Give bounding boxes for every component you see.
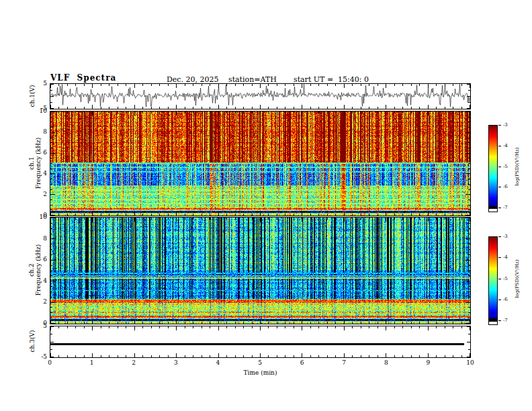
x-tick-label: 7 xyxy=(342,359,346,366)
ch2-spectrogram-canvas xyxy=(50,218,470,324)
ch1-frequency-axis-label: ch.1 Frequency (kHz) xyxy=(28,138,42,189)
panel-ch2-spectrogram xyxy=(50,217,471,324)
panel-ch1-waveform xyxy=(50,83,471,109)
y-tick-label: 8 xyxy=(43,235,47,242)
colorbar-tick-mark xyxy=(498,257,501,258)
y-tick-label: 10 xyxy=(40,107,47,114)
colorbar-tick-mark xyxy=(498,279,501,279)
colorbar-tick-label: -7 xyxy=(503,318,508,323)
ch3-waveform-canvas xyxy=(50,326,470,357)
y-tick-label: 5 xyxy=(43,80,47,87)
ch1-frequency-axis-label-line2: Frequency (kHz) xyxy=(35,138,42,189)
x-tick-label: 9 xyxy=(427,359,431,366)
colorbar-ch2-tick-labels: -3-4-5-6-7 xyxy=(498,236,515,321)
colorbar-tick-label: -6 xyxy=(503,184,508,189)
figure-title: VLF Spectra xyxy=(50,73,116,83)
x-tick-label: 3 xyxy=(174,359,178,366)
colorbar-tick-mark xyxy=(498,146,501,146)
ch1-spectrogram-canvas xyxy=(50,111,470,216)
y-tick-label: 2 xyxy=(43,191,47,197)
panel-ch1-spectrogram xyxy=(50,111,471,216)
colorbar-tick-mark xyxy=(498,236,501,237)
y-tick-label: 6 xyxy=(43,149,47,156)
ch2-frequency-axis-label-line1: ch.2 xyxy=(28,244,35,296)
y-tick-label: 10 xyxy=(40,214,47,220)
colorbar-tick-label: -6 xyxy=(503,297,508,302)
colorbar-ch1 xyxy=(488,125,498,212)
colorbar-tick-mark xyxy=(498,208,501,208)
colorbar-tick-label: -3 xyxy=(503,234,508,239)
colorbar-tick-label: -4 xyxy=(503,143,508,148)
y-tick-label: 4 xyxy=(43,277,47,284)
x-tick-label: 5 xyxy=(258,359,262,366)
x-axis-title: Time (min) xyxy=(50,369,471,376)
colorbar-tick-mark xyxy=(498,187,501,187)
x-tick-label: 1 xyxy=(90,359,94,366)
vlf-spectra-figure: VLF Spectra Dec. 20, 2025 station=ATH st… xyxy=(0,0,532,411)
colorbar-tick-label: -5 xyxy=(503,276,508,281)
x-axis-tick-labels: 012345678910 xyxy=(50,359,471,367)
y-tick-label: 8 xyxy=(43,128,47,135)
colorbar-tick-mark xyxy=(498,167,501,167)
colorbar-tick-label: -5 xyxy=(503,164,508,169)
colorbar-ch1-gradient xyxy=(489,126,497,209)
x-tick-label: 10 xyxy=(466,359,474,366)
colorbar-tick-mark xyxy=(498,125,501,126)
ch1-voltage-axis-label: ch.1(V) xyxy=(29,85,36,107)
ch3-voltage-axis-label: ch.3(V) xyxy=(29,330,36,353)
y-tick-label: -5 xyxy=(41,353,47,360)
y-tick-label: 2 xyxy=(43,298,47,305)
x-tick-label: 2 xyxy=(132,359,136,366)
x-tick-label: 6 xyxy=(300,359,304,366)
x-tick-label: 0 xyxy=(48,359,52,366)
panel-ch3-waveform xyxy=(50,326,471,358)
colorbar-ch2-gradient xyxy=(489,237,497,322)
y-tick-label: 5 xyxy=(43,322,47,329)
ch2-frequency-axis-label-line2: Frequency (kHz) xyxy=(35,244,42,296)
colorbar-tick-label: -3 xyxy=(503,122,508,128)
x-tick-label: 8 xyxy=(384,359,388,366)
x-tick-label: 4 xyxy=(216,359,220,366)
ch1-waveform-canvas xyxy=(50,84,470,109)
ch1-frequency-axis-label-line1: ch.1 xyxy=(28,138,35,189)
colorbar-tick-label: -4 xyxy=(503,255,508,260)
colorbar-ch1-label: log(PSD)(V²/Hz) xyxy=(515,148,520,186)
colorbar-tick-mark xyxy=(498,320,501,321)
colorbar-tick-label: -7 xyxy=(503,205,508,210)
y-tick-label: 6 xyxy=(43,256,47,263)
colorbar-ch1-tick-labels: -3-4-5-6-7 xyxy=(498,125,515,208)
ch2-frequency-axis-label: ch.2 Frequency (kHz) xyxy=(28,244,42,296)
colorbar-ch2 xyxy=(488,236,498,325)
colorbar-ch2-label: log(PSD)(V²/Hz) xyxy=(515,260,520,298)
y-tick-label: 4 xyxy=(43,170,47,177)
colorbar-tick-mark xyxy=(498,300,501,300)
